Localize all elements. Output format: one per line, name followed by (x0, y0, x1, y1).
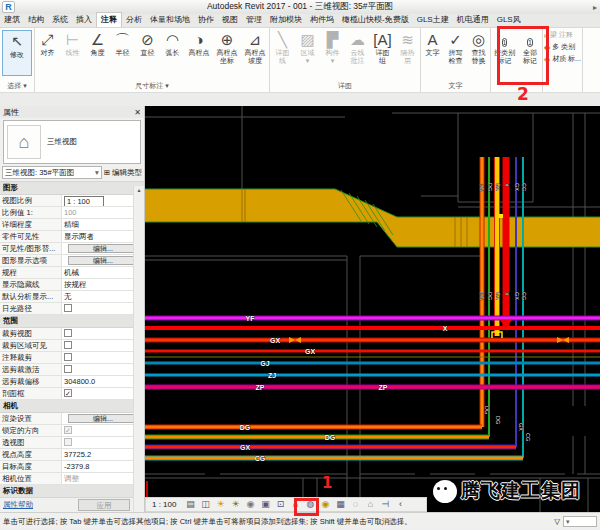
property-value[interactable]: ✓ (62, 388, 144, 399)
property-value[interactable]: ✓ (62, 425, 144, 436)
弧长-button[interactable]: ◠弧长 (160, 29, 185, 57)
查找替换-button[interactable]: ◎查找替换 (467, 29, 490, 64)
property-value[interactable]: 37725.2 (62, 449, 144, 460)
ribbon-tab-1[interactable]: 结构 (24, 13, 48, 27)
constraints-icon[interactable]: ⊣ (378, 498, 392, 511)
property-row: 注释裁剪 (0, 352, 144, 364)
property-value[interactable]: 编辑... (62, 255, 144, 266)
view-selector-dropdown[interactable]: 三维视图: 35#平面图 ▾ (2, 166, 102, 179)
详图组-button[interactable]: [A]详图组 (370, 29, 395, 64)
select-panel: ↖ 修改 选择 ▾ (0, 28, 35, 92)
property-value[interactable] (62, 340, 144, 351)
apply-button[interactable]: 应用 (78, 499, 130, 511)
render-icon[interactable]: ◉ (243, 498, 257, 511)
对齐-button[interactable]: ⤢对齐 (35, 29, 60, 57)
ribbon-tab-5[interactable]: 分析 (122, 13, 146, 27)
show-crop-icon[interactable]: ⊡ (273, 498, 287, 511)
properties-scrollbar[interactable]: ▴ (133, 186, 144, 512)
ribbon-tab-8[interactable]: 视图 (218, 13, 242, 27)
drawing-area[interactable]: YFXGXGXGJZJZPZPDGDGGXCGDGDGGXXGXCGDGDGGX… (145, 106, 600, 512)
详图线-button[interactable]: ╲详图线 (270, 29, 295, 64)
构件▾-button[interactable]: ▛构件▾ (320, 29, 345, 64)
角度-button[interactable]: ∠角度 (85, 29, 110, 57)
property-group-1[interactable]: 范围▴ (0, 315, 144, 328)
analytical-model-icon[interactable]: ◌ (348, 498, 362, 511)
property-value[interactable]: 精细 (62, 219, 144, 230)
status-text: 单击可进行选择; 按 Tab 键并单击可选择其他项目; 按 Ctrl 键并单击可… (3, 517, 412, 527)
ribbon-tab-7[interactable]: 协作 (194, 13, 218, 27)
线性-button[interactable]: ⊢线性 (60, 29, 85, 57)
高程点坐标-button[interactable]: ⊕高程点坐标 (213, 29, 241, 64)
property-value[interactable] (62, 437, 144, 448)
ribbon-tab-12[interactable]: 橄榄山快模-免费版 (338, 13, 413, 27)
property-value[interactable]: 编辑... (62, 413, 144, 424)
displacement-icon[interactable]: ⌂ (363, 498, 377, 511)
property-value[interactable] (62, 328, 144, 339)
云线批注-button[interactable]: ☁云线批注 (345, 29, 370, 64)
property-row: 日光路径 (0, 303, 144, 315)
ribbon-panel-1: ╲详图线▨区域▾▛构件▾☁云线批注[A]详图组≋隔热层详图 (270, 28, 421, 92)
mini-tag-button-2[interactable]: ◈材质 标... (544, 54, 581, 64)
property-label: 注释裁剪 (0, 352, 62, 363)
view-scale-button[interactable]: 1 : 100 (152, 500, 176, 509)
property-value[interactable]: 304800.0 (62, 376, 144, 387)
property-value[interactable] (62, 364, 144, 375)
filter-icon[interactable]: ▽ (554, 517, 560, 526)
property-label: 剖面框 (0, 388, 62, 399)
ribbon-tab-14[interactable]: 机电通用 (453, 13, 493, 27)
ribbon-tab-15[interactable]: GLS风 (493, 13, 525, 27)
property-value[interactable]: -2379.8 (62, 461, 144, 472)
高程点-button[interactable]: ◑高程点 (185, 29, 213, 57)
property-value[interactable]: 机械 (62, 267, 144, 278)
ribbon-tab-9[interactable]: 管理 (242, 13, 266, 27)
reveal-hidden-icon[interactable]: ◉ (318, 498, 332, 511)
property-value[interactable]: 编辑... (62, 243, 144, 254)
property-group-0[interactable]: 图形▴ (0, 182, 144, 195)
ribbon-tab-0[interactable]: 建筑 (0, 13, 24, 27)
mini-tag-button-0[interactable]: ▸梁 注释 (544, 30, 581, 40)
edit-type-button[interactable]: 编辑类型 (112, 168, 142, 178)
checkbox-unchecked (64, 438, 72, 446)
property-value[interactable]: 按规程 (62, 279, 144, 290)
type-selector[interactable]: ⌂ 三维视图 (3, 120, 141, 164)
ribbon-tab-13[interactable]: GLS土建 (413, 13, 453, 27)
区域▾-button[interactable]: ▨区域▾ (295, 29, 320, 64)
shadows-icon[interactable]: ☀ (228, 498, 242, 511)
property-value[interactable]: 1 : 100 (62, 195, 144, 206)
ribbon-tab-3[interactable]: 插入 (72, 13, 96, 27)
ribbon-tab-10[interactable]: 附加模块 (266, 13, 306, 27)
modify-button[interactable]: ↖ 修改 (2, 30, 32, 76)
ribbon-tab-2[interactable]: 系统 (48, 13, 72, 27)
ribbon-tab-4[interactable]: 注释 (96, 12, 122, 27)
拼写检查-button[interactable]: ✓拼写检查 (444, 29, 467, 64)
文字-button[interactable]: A文字 (421, 29, 444, 57)
隔热层-button[interactable]: ≋隔热层 (395, 29, 420, 64)
close-icon[interactable]: ✕ (134, 108, 141, 117)
selection-filter-box[interactable]: ▾ (563, 516, 597, 527)
ribbon-tab-6[interactable]: 体量和场地 (146, 13, 194, 27)
半径-button[interactable]: ⌒半径 (110, 29, 135, 57)
property-value[interactable]: 100 (62, 207, 144, 218)
property-value[interactable]: 无 (62, 291, 144, 302)
visual-style-icon[interactable]: ◫ (198, 498, 212, 511)
property-value[interactable]: 调整 (62, 473, 144, 484)
crop-view-icon[interactable]: ▣ (258, 498, 272, 511)
edit-type-icon: ⊞ (104, 168, 110, 177)
checkbox-unchecked (64, 304, 72, 312)
property-value[interactable] (62, 303, 144, 314)
ribbon-panel-0: ⤢对齐⊢线性∠角度⌒半径⊘直径◠弧长◑高程点⊕高程点坐标⊿高程点坡度尺寸标注 ▾ (35, 28, 270, 92)
直径-button[interactable]: ⊘直径 (135, 29, 160, 57)
temp-view-props-icon[interactable]: ▦ (333, 498, 347, 511)
ribbon-tab-11[interactable]: 构件坞 (306, 13, 338, 27)
collapse-icon[interactable]: ‹ (393, 498, 407, 511)
mini-tag-button-1[interactable]: ◆多 类别 (544, 42, 581, 52)
property-group-2[interactable]: 相机▴ (0, 400, 144, 413)
property-value[interactable]: 显示两者 (62, 231, 144, 242)
property-value[interactable] (62, 352, 144, 363)
select-panel-label[interactable]: 选择 ▾ (0, 80, 34, 92)
高程点坡度-button[interactable]: ⊿高程点坡度 (241, 29, 269, 64)
sun-path-icon[interactable]: ☀ (213, 498, 227, 511)
properties-help-link[interactable]: 属性帮助 (3, 500, 33, 510)
detail-level-icon[interactable]: ▤ (183, 498, 197, 511)
property-label: 可见性/图形替... (0, 243, 62, 254)
